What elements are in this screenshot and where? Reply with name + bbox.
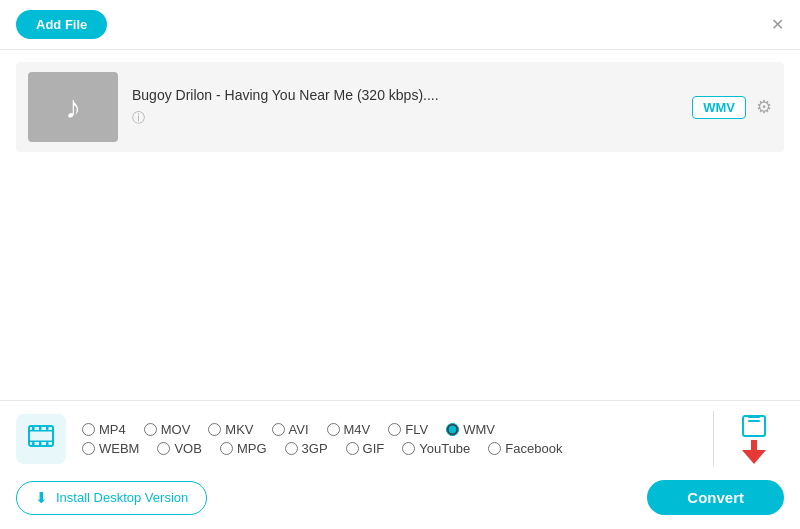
action-bar: ⬇ Install Desktop Version Convert [0, 472, 800, 529]
format-option-gif[interactable]: GIF [346, 441, 385, 456]
film-icon [27, 422, 55, 456]
format-row-1: MP4 MOV MKV AVI M4V FLV WM [82, 422, 703, 437]
radio-vob[interactable] [157, 442, 170, 455]
format-option-mp4[interactable]: MP4 [82, 422, 126, 437]
svg-rect-1 [29, 430, 53, 432]
radio-gif[interactable] [346, 442, 359, 455]
file-thumbnail: ♪ [28, 72, 118, 142]
radio-mpg[interactable] [220, 442, 233, 455]
format-option-m4v[interactable]: M4V [327, 422, 371, 437]
svg-rect-7 [39, 442, 42, 446]
file-actions: WMV ⚙ [692, 96, 772, 119]
info-icon[interactable]: ⓘ [132, 110, 145, 125]
svg-rect-2 [29, 440, 53, 442]
convert-button[interactable]: Convert [647, 480, 784, 515]
format-option-avi[interactable]: AVI [272, 422, 309, 437]
format-option-youtube[interactable]: YouTube [402, 441, 470, 456]
format-option-3gp[interactable]: 3GP [285, 441, 328, 456]
settings-icon[interactable]: ⚙ [756, 96, 772, 118]
radio-mkv[interactable] [208, 423, 221, 436]
svg-rect-11 [743, 416, 765, 436]
bottom-panel: MP4 MOV MKV AVI M4V FLV WM [0, 400, 800, 529]
svg-rect-6 [32, 442, 35, 446]
format-option-flv[interactable]: FLV [388, 422, 428, 437]
download-arrow-icon [733, 414, 775, 464]
install-label: Install Desktop Version [56, 490, 188, 505]
radio-mov[interactable] [144, 423, 157, 436]
format-option-wmv[interactable]: WMV [446, 422, 495, 437]
svg-rect-8 [46, 442, 49, 446]
radio-3gp[interactable] [285, 442, 298, 455]
install-icon: ⬇ [35, 489, 48, 507]
radio-webm[interactable] [82, 442, 95, 455]
radio-facebook[interactable] [488, 442, 501, 455]
format-option-facebook[interactable]: Facebook [488, 441, 562, 456]
format-badge-button[interactable]: WMV [692, 96, 746, 119]
radio-avi[interactable] [272, 423, 285, 436]
svg-rect-3 [32, 426, 35, 430]
format-selector: MP4 MOV MKV AVI M4V FLV WM [0, 401, 800, 472]
format-row-2: WEBM VOB MPG 3GP GIF YouTube [82, 441, 703, 456]
file-info: Bugoy Drilon - Having You Near Me (320 k… [132, 87, 692, 127]
format-option-mkv[interactable]: MKV [208, 422, 253, 437]
file-title: Bugoy Drilon - Having You Near Me (320 k… [132, 87, 692, 103]
svg-rect-10 [748, 420, 760, 422]
top-bar: Add File ✕ [0, 0, 800, 50]
radio-wmv[interactable] [446, 423, 459, 436]
svg-rect-5 [46, 426, 49, 430]
format-option-webm[interactable]: WEBM [82, 441, 139, 456]
close-button[interactable]: ✕ [771, 15, 784, 34]
format-option-mpg[interactable]: MPG [220, 441, 267, 456]
radio-youtube[interactable] [402, 442, 415, 455]
svg-rect-4 [39, 426, 42, 430]
radio-mp4[interactable] [82, 423, 95, 436]
radio-flv[interactable] [388, 423, 401, 436]
film-icon-box [16, 414, 66, 464]
download-icon-area[interactable] [724, 414, 784, 464]
format-options: MP4 MOV MKV AVI M4V FLV WM [82, 422, 703, 456]
content-area [0, 164, 800, 374]
format-option-vob[interactable]: VOB [157, 441, 201, 456]
install-desktop-button[interactable]: ⬇ Install Desktop Version [16, 481, 207, 515]
format-option-mov[interactable]: MOV [144, 422, 191, 437]
radio-m4v[interactable] [327, 423, 340, 436]
add-file-button[interactable]: Add File [16, 10, 107, 39]
vertical-divider [713, 411, 714, 466]
music-note-icon: ♪ [65, 89, 81, 126]
file-item: ♪ Bugoy Drilon - Having You Near Me (320… [16, 62, 784, 152]
svg-marker-13 [742, 450, 766, 464]
file-list-area: ♪ Bugoy Drilon - Having You Near Me (320… [0, 50, 800, 164]
